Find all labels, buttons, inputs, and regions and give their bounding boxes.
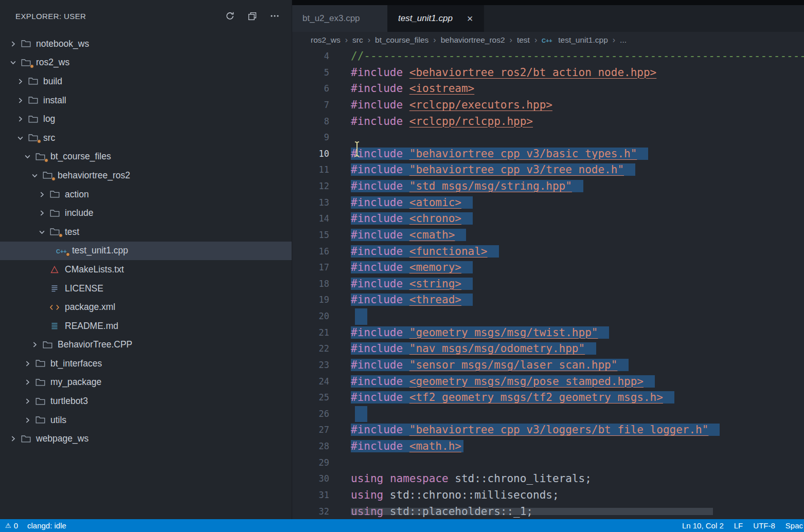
code-line-25[interactable]: 25#include <tf2_geometry_msgs/tf2_geomet… bbox=[292, 390, 804, 406]
code-line-4[interactable]: 4//-------------------------------------… bbox=[292, 48, 804, 65]
breadcrumb-separator: › bbox=[534, 35, 537, 45]
code-line-28[interactable]: 28#include <math.h> bbox=[292, 438, 804, 455]
tree-item-turtlebot3[interactable]: turtlebot3 bbox=[0, 392, 292, 411]
code-line-14[interactable]: 14#include <chrono> bbox=[292, 211, 804, 227]
code-line-17[interactable]: 17#include <memory> bbox=[292, 260, 804, 276]
tree-item-ros2_ws[interactable]: ros2_ws bbox=[0, 53, 292, 72]
tree-item-test[interactable]: test bbox=[0, 223, 292, 242]
breadcrumb-item[interactable]: behaviortree_ros2 bbox=[441, 35, 505, 45]
tree-item-bt_interfaces[interactable]: bt_interfaces bbox=[0, 354, 292, 373]
refresh-icon[interactable] bbox=[225, 11, 235, 21]
chevron-down-icon[interactable] bbox=[28, 172, 41, 179]
tree-item-behaviortree_ros2[interactable]: behaviortree_ros2 bbox=[0, 166, 292, 185]
line-number: 17 bbox=[292, 260, 329, 276]
chevron-down-icon[interactable] bbox=[6, 59, 20, 66]
tree-item-build[interactable]: build bbox=[0, 72, 292, 91]
chevron-right-icon[interactable] bbox=[35, 210, 48, 216]
chevron-right-icon[interactable] bbox=[6, 435, 20, 442]
horizontal-scrollbar[interactable] bbox=[351, 508, 713, 515]
tab-bt_u2_ex3-cpp[interactable]: bt_u2_ex3.cpp bbox=[292, 5, 388, 32]
tree-item-CMakeLists.txt[interactable]: CMakeLists.txt bbox=[0, 260, 292, 279]
code-line-text: #include <memory> bbox=[351, 260, 473, 276]
split-editor-icon[interactable] bbox=[248, 12, 257, 21]
chevron-right-icon[interactable] bbox=[13, 78, 27, 85]
tree-item-action[interactable]: action bbox=[0, 185, 292, 204]
code-line-24[interactable]: 24#include <geometry_msgs/msg/pose_stamp… bbox=[292, 374, 804, 390]
problems-indicator[interactable]: ⚠ 0 bbox=[5, 521, 18, 530]
code-editor[interactable]: 4//-------------------------------------… bbox=[292, 48, 804, 519]
tree-item-README.md[interactable]: README.md bbox=[0, 317, 292, 336]
chevron-down-icon[interactable] bbox=[13, 135, 27, 141]
tree-item-src[interactable]: src bbox=[0, 129, 292, 148]
code-line-10[interactable]: 10#include "behaviortree_cpp_v3/basic_ty… bbox=[292, 146, 804, 162]
chevron-right-icon[interactable] bbox=[21, 360, 34, 367]
chevron-right-icon[interactable] bbox=[13, 97, 27, 104]
breadcrumb-item[interactable]: src bbox=[352, 35, 363, 45]
text-selection: #include "geometry_msgs/msg/twist.hpp" bbox=[351, 326, 609, 339]
more-actions-icon[interactable] bbox=[270, 14, 279, 17]
chevron-right-icon[interactable] bbox=[13, 116, 27, 122]
code-line-22[interactable]: 22#include "nav_msgs/msg/odometry.hpp" bbox=[292, 341, 804, 357]
code-line-18[interactable]: 18#include <string> bbox=[292, 276, 804, 292]
chevron-right-icon[interactable] bbox=[21, 379, 34, 386]
code-line-8[interactable]: 8#include <rclcpp/rclcpp.hpp> bbox=[292, 114, 804, 130]
code-line-29[interactable]: 29 bbox=[292, 455, 804, 471]
code-line-31[interactable]: 31using std::chrono::milliseconds; bbox=[292, 487, 804, 504]
tree-item-LICENSE[interactable]: LICENSE bbox=[0, 279, 292, 298]
tree-item-utils[interactable]: utils bbox=[0, 411, 292, 430]
breadcrumb-item[interactable]: test bbox=[517, 35, 530, 45]
code-line-30[interactable]: 30using namespace std::chrono_literals; bbox=[292, 471, 804, 487]
code-line-12[interactable]: 12#include "std_msgs/msg/string.hpp" bbox=[292, 178, 804, 195]
close-icon[interactable]: × bbox=[467, 13, 473, 24]
code-line-5[interactable]: 5#include <behaviortree_ros2/bt_action_n… bbox=[292, 65, 804, 81]
tree-item-notebook_ws[interactable]: notebook_ws bbox=[0, 34, 292, 53]
file-tree: notebook_wsros2_wsbuildinstalllogsrcbt_c… bbox=[0, 34, 292, 448]
indentation-indicator[interactable]: Spac bbox=[785, 521, 803, 530]
chevron-down-icon[interactable] bbox=[35, 229, 48, 235]
code-line-21[interactable]: 21#include "geometry_msgs/msg/twist.hpp" bbox=[292, 325, 804, 341]
tree-item-bt_course_files[interactable]: bt_course_files bbox=[0, 148, 292, 167]
git-modified-badge bbox=[51, 177, 56, 181]
folder-icon bbox=[20, 40, 32, 48]
code-line-11[interactable]: 11#include "behaviortree_cpp_v3/tree_nod… bbox=[292, 162, 804, 178]
code-line-16[interactable]: 16#include <functional> bbox=[292, 244, 804, 260]
code-line-19[interactable]: 19#include <thread> bbox=[292, 292, 804, 308]
code-line-text: #include <atomic> bbox=[351, 195, 473, 211]
tree-item-install[interactable]: install bbox=[0, 91, 292, 110]
chevron-right-icon[interactable] bbox=[28, 341, 41, 348]
tree-item-test_unit1.cpp[interactable]: C++test_unit1.cpp bbox=[0, 242, 292, 261]
code-line-text: #include <behaviortree_ros2/bt_action_no… bbox=[351, 65, 656, 81]
folder-icon bbox=[41, 171, 53, 179]
tree-item-include[interactable]: include bbox=[0, 204, 292, 223]
code-line-9[interactable]: 9 bbox=[292, 130, 804, 146]
eol-indicator[interactable]: LF bbox=[734, 521, 743, 530]
code-line-20[interactable]: 20 bbox=[292, 308, 804, 325]
code-line-26[interactable]: 26 bbox=[292, 406, 804, 423]
cursor-position[interactable]: Ln 10, Col 2 bbox=[682, 521, 724, 530]
code-line-15[interactable]: 15#include <cmath> bbox=[292, 227, 804, 244]
breadcrumb-item[interactable]: ros2_ws bbox=[311, 35, 341, 45]
chevron-right-icon[interactable] bbox=[21, 398, 34, 405]
breadcrumb-item[interactable]: ... bbox=[620, 35, 627, 45]
tree-item-BehaviorTree.CPP[interactable]: BehaviorTree.CPP bbox=[0, 336, 292, 355]
tree-item-my_package[interactable]: my_package bbox=[0, 373, 292, 392]
code-line-6[interactable]: 6#include <iostream> bbox=[292, 81, 804, 97]
breadcrumb-item[interactable]: bt_course_files bbox=[375, 35, 428, 45]
tab-test_unit1-cpp[interactable]: test_unit1.cpp × bbox=[388, 5, 484, 32]
code-line-7[interactable]: 7#include <rclcpp/executors.hpp> bbox=[292, 97, 804, 114]
tree-item-webpage_ws[interactable]: webpage_ws bbox=[0, 429, 292, 448]
code-line-27[interactable]: 27#include "behaviortree_cpp_v3/loggers/… bbox=[292, 422, 804, 438]
chevron-down-icon[interactable] bbox=[21, 153, 34, 160]
chevron-right-icon[interactable] bbox=[35, 191, 48, 198]
tree-item-package.xml[interactable]: package.xml bbox=[0, 298, 292, 317]
breadcrumb-item[interactable]: test_unit1.cpp bbox=[558, 35, 608, 45]
code-line-text: using std::chrono::milliseconds; bbox=[351, 487, 559, 504]
folder-icon bbox=[27, 96, 39, 104]
tree-item-log[interactable]: log bbox=[0, 109, 292, 129]
chevron-right-icon[interactable] bbox=[21, 417, 34, 424]
code-line-23[interactable]: 23#include "sensor_msgs/msg/laser_scan.h… bbox=[292, 357, 804, 374]
code-line-13[interactable]: 13#include <atomic> bbox=[292, 195, 804, 211]
encoding-indicator[interactable]: UTF-8 bbox=[753, 521, 775, 530]
chevron-right-icon[interactable] bbox=[6, 41, 20, 47]
clangd-status[interactable]: clangd: idle bbox=[27, 521, 66, 530]
